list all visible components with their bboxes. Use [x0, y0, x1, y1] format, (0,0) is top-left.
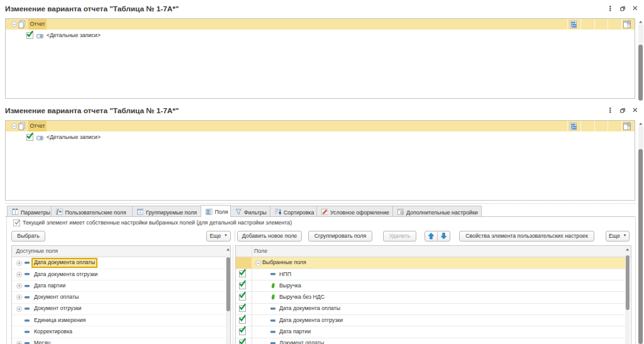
svg-text:м: м [59, 209, 62, 213]
